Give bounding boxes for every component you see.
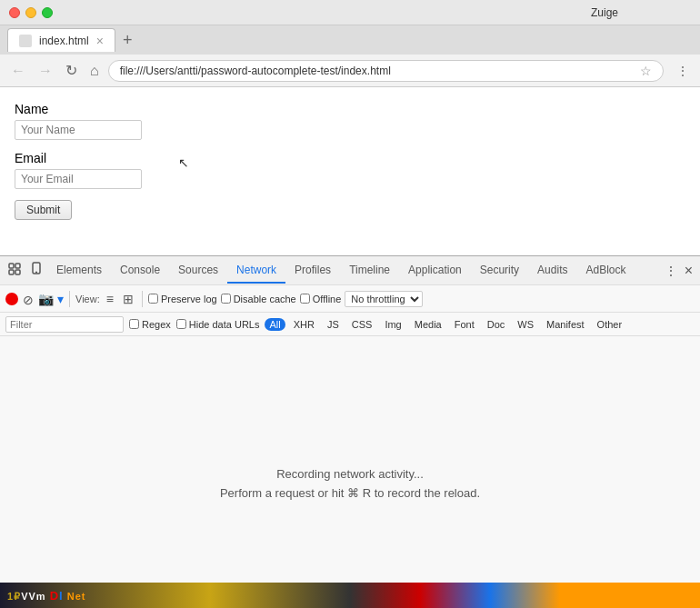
filter-input[interactable] xyxy=(5,316,124,333)
tab-audits[interactable]: Audits xyxy=(528,258,576,284)
url-text: file:///Users/antti/password-autocomplet… xyxy=(120,65,635,77)
filter-tag-js[interactable]: JS xyxy=(323,318,344,331)
forward-button[interactable]: → xyxy=(35,61,56,81)
filter-tag-img[interactable]: Img xyxy=(380,318,405,331)
reload-button[interactable]: ↻ xyxy=(62,60,81,81)
regex-label[interactable]: Regex xyxy=(129,319,171,330)
preserve-log-checkbox[interactable] xyxy=(148,294,158,304)
tab-sources[interactable]: Sources xyxy=(169,258,227,284)
tab-close-button[interactable]: × xyxy=(96,34,104,48)
filter-tag-doc[interactable]: Doc xyxy=(483,318,510,331)
page-content: Name Email Submit ↖ xyxy=(0,87,700,255)
tab-security[interactable]: Security xyxy=(471,258,528,284)
network-empty-state: Recording network activity... Perform a … xyxy=(0,336,700,608)
devtools-inspect-button[interactable] xyxy=(4,260,25,281)
window-title: Zuige xyxy=(591,6,618,19)
regex-checkbox[interactable] xyxy=(129,319,139,329)
tab-application[interactable]: Application xyxy=(399,258,471,284)
filter-tag-ws[interactable]: WS xyxy=(513,318,538,331)
filter-toggle-button[interactable]: ▾ xyxy=(57,292,64,306)
view-list-button[interactable]: ≡ xyxy=(104,291,116,307)
bottom-bar: 1₽VVm DI Net xyxy=(0,583,700,608)
hide-data-urls-checkbox[interactable] xyxy=(176,319,186,329)
separator-1 xyxy=(69,291,70,307)
offline-label[interactable]: Offline xyxy=(300,294,342,304)
tab-network[interactable]: Network xyxy=(227,258,285,284)
address-bar[interactable]: file:///Users/antti/password-autocomplet… xyxy=(108,60,664,82)
svg-rect-2 xyxy=(9,270,14,274)
devtools-header: Elements Console Sources Network Profile… xyxy=(0,256,700,285)
home-button[interactable]: ⌂ xyxy=(86,61,103,81)
disable-cache-label[interactable]: Disable cache xyxy=(221,294,296,304)
throttle-select[interactable]: No throttling Fast 3G Slow 3G Offline xyxy=(345,291,423,307)
svg-rect-1 xyxy=(15,264,20,268)
email-label: Email xyxy=(15,151,685,165)
tab-console[interactable]: Console xyxy=(111,258,169,284)
stop-record-button[interactable]: ⊘ xyxy=(22,293,35,305)
devtools-close-button[interactable]: × xyxy=(681,261,696,281)
screenshot-button[interactable]: 📷 xyxy=(38,292,54,306)
name-field-group: Name xyxy=(15,102,685,140)
tab-favicon xyxy=(19,35,32,47)
network-empty-line1: Recording network activity... xyxy=(276,467,424,481)
bookmark-star-icon[interactable]: ☆ xyxy=(640,64,652,78)
name-input[interactable] xyxy=(15,120,142,140)
svg-rect-3 xyxy=(15,270,20,274)
filter-tag-other[interactable]: Other xyxy=(593,318,627,331)
offline-checkbox[interactable] xyxy=(300,294,310,304)
minimize-traffic-light[interactable] xyxy=(25,7,36,18)
tab-adblock[interactable]: AdBlock xyxy=(576,258,635,284)
browser-toolbar: ← → ↻ ⌂ file:///Users/antti/password-aut… xyxy=(0,55,700,87)
separator-2 xyxy=(142,291,143,307)
filter-tag-css[interactable]: CSS xyxy=(347,318,377,331)
devtools-more-button[interactable]: ⋮ xyxy=(661,262,681,280)
bottom-logo: 1₽VVm DI Net xyxy=(7,589,85,603)
traffic-lights xyxy=(9,7,53,18)
tab-timeline[interactable]: Timeline xyxy=(340,258,399,284)
filter-tag-xhr[interactable]: XHR xyxy=(289,318,319,331)
filter-tag-font[interactable]: Font xyxy=(450,318,479,331)
hide-data-urls-label[interactable]: Hide data URLs xyxy=(176,319,260,330)
filter-tags: All XHR JS CSS Img Media Font Doc WS Man… xyxy=(265,318,626,331)
tab-title: index.html xyxy=(39,35,89,47)
back-button[interactable]: ← xyxy=(7,61,29,81)
filter-tag-manifest[interactable]: Manifest xyxy=(542,318,589,331)
close-traffic-light[interactable] xyxy=(9,7,20,18)
tab-profiles[interactable]: Profiles xyxy=(285,258,340,284)
browser-menu-button[interactable]: ⋮ xyxy=(673,62,693,80)
record-button[interactable] xyxy=(5,293,18,305)
tab-bar: index.html × + xyxy=(0,25,700,55)
submit-button[interactable]: Submit xyxy=(15,200,72,220)
network-empty-line2: Perform a request or hit ⌘ R to record t… xyxy=(220,486,480,500)
filter-tag-all[interactable]: All xyxy=(265,318,285,331)
filter-toolbar: Regex Hide data URLs All XHR JS CSS Img … xyxy=(0,313,700,336)
email-input[interactable] xyxy=(15,169,142,189)
filter-tag-media[interactable]: Media xyxy=(410,318,446,331)
svg-rect-0 xyxy=(9,264,14,268)
devtools-mobile-button[interactable] xyxy=(25,260,47,281)
new-tab-button[interactable]: + xyxy=(119,31,136,50)
active-tab[interactable]: index.html × xyxy=(7,28,115,52)
tab-elements[interactable]: Elements xyxy=(47,258,111,284)
network-toolbar: ⊘ 📷 ▾ View: ≡ ⊞ Preserve log Disable cac… xyxy=(0,285,700,313)
devtools-panel: Elements Console Sources Network Profile… xyxy=(0,255,700,608)
title-bar: Zuige xyxy=(0,0,700,25)
maximize-traffic-light[interactable] xyxy=(42,7,53,18)
preserve-log-label[interactable]: Preserve log xyxy=(148,294,217,304)
devtools-tabs: Elements Console Sources Network Profile… xyxy=(47,258,657,284)
name-label: Name xyxy=(15,102,685,116)
disable-cache-checkbox[interactable] xyxy=(221,294,231,304)
email-field-group: Email xyxy=(15,151,685,189)
view-grid-button[interactable]: ⊞ xyxy=(120,291,136,307)
view-label: View: xyxy=(75,294,100,304)
